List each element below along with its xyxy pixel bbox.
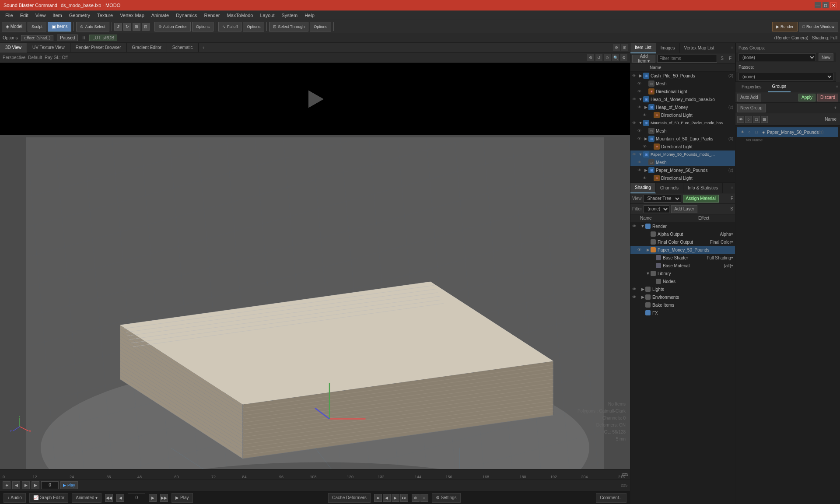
graph-editor-btn[interactable]: 📈 Graph Editor xyxy=(29,493,68,503)
group-icon-1[interactable]: 👁 xyxy=(737,116,744,123)
menu-texture[interactable]: Texture xyxy=(94,12,116,19)
audio-btn[interactable]: ♪ Audio xyxy=(4,493,26,503)
visibility-icon[interactable]: 👁 xyxy=(643,176,647,180)
tab-shading[interactable]: Shading xyxy=(630,183,656,193)
vp-settings-icon[interactable]: ⚙ xyxy=(587,54,594,61)
vis-icon[interactable]: 👁 xyxy=(632,295,636,299)
frame-start-btn[interactable]: ⏮ xyxy=(3,481,10,489)
prop-panel-plus[interactable]: + xyxy=(836,84,838,89)
play-btn-status[interactable]: ▶ Play xyxy=(172,493,192,503)
transport-1[interactable]: ⏮ xyxy=(374,494,382,502)
play-btn-2[interactable]: ▶ Play xyxy=(60,481,78,489)
list-item[interactable]: 👁 ▶ ⊞ Paper_Money_50_Pounds (2) xyxy=(630,166,735,174)
menu-system[interactable]: System xyxy=(278,12,301,19)
filter-icon[interactable]: S xyxy=(719,56,725,61)
visibility-icon[interactable]: 👁 xyxy=(632,152,636,157)
vp-icon-1[interactable]: ⚙ xyxy=(613,44,620,51)
vis-icon[interactable]: 👁 xyxy=(637,248,641,252)
menu-vertex-map[interactable]: Vertex Map xyxy=(116,12,148,19)
next-frame-btn[interactable]: ▶ xyxy=(32,481,39,489)
shader-item[interactable]: Base Shader Full Shading ▾ xyxy=(630,254,735,262)
vp-zoom-icon[interactable]: 🔍 xyxy=(612,54,619,61)
menu-view[interactable]: View xyxy=(32,12,49,19)
shader-expand[interactable]: ▶ xyxy=(645,248,651,252)
visibility-icon[interactable]: 👁 xyxy=(637,129,641,133)
new-pass-btn[interactable]: New xyxy=(819,53,833,61)
groups-expand[interactable]: + xyxy=(832,105,838,110)
group-render-icon[interactable]: □ xyxy=(753,129,760,136)
list-item[interactable]: 👁 ☀ Directional Light xyxy=(630,174,735,182)
assign-material-btn[interactable]: Assign Material xyxy=(683,195,719,203)
visibility-icon[interactable]: 👁 xyxy=(632,74,636,78)
list-item[interactable]: 👁 ▭ Mesh xyxy=(630,80,735,88)
mix-2[interactable]: ○ xyxy=(420,494,428,502)
visibility-icon[interactable]: 👁 xyxy=(637,89,641,94)
add-tab-btn[interactable]: + xyxy=(199,44,208,51)
add-layer-btn[interactable]: Add Layer xyxy=(671,205,697,213)
shader-item[interactable]: Nodes xyxy=(630,277,735,285)
tab-images[interactable]: Images xyxy=(656,43,680,53)
options3-btn[interactable]: Options xyxy=(310,22,331,32)
status-prev2[interactable]: ◀ xyxy=(116,494,124,502)
status-prev[interactable]: ◀◀ xyxy=(105,494,113,502)
shader-item[interactable]: FX xyxy=(630,309,735,317)
list-item[interactable]: 👁 ☀ Directional Light xyxy=(630,111,735,119)
group-icon-4[interactable]: ⊞ xyxy=(761,116,768,123)
animated-btn[interactable]: Animated ▾ xyxy=(72,493,102,503)
filter-items-input[interactable] xyxy=(657,55,717,63)
menu-geometry[interactable]: Geometry xyxy=(66,12,94,19)
visibility-icon[interactable]: 👁 xyxy=(643,144,647,149)
tab-3d-view[interactable]: 3D View xyxy=(0,43,27,52)
tab-render-preset[interactable]: Render Preset Browser xyxy=(70,43,127,52)
visibility-icon[interactable]: 👁 xyxy=(637,168,641,172)
vis-icon[interactable]: 👁 xyxy=(632,224,636,228)
group-icon-2[interactable]: ○ xyxy=(745,116,752,123)
effect-dropdown[interactable]: ▾ xyxy=(731,240,733,244)
expand-arrow[interactable]: ▶ xyxy=(643,168,648,172)
shader-item[interactable]: 👁 ▶ Environments xyxy=(630,293,735,301)
list-item[interactable]: 👁 ▭ Mesh xyxy=(630,158,735,166)
expand-arrow[interactable]: ▼ xyxy=(638,121,643,125)
transport-2[interactable]: ◀ xyxy=(383,494,391,502)
tab-properties[interactable]: Properties xyxy=(737,82,766,92)
list-item[interactable]: 👁 ▼ ⊞ Mountain_of_50_Euro_Packs_modo_bas… xyxy=(630,119,735,127)
shader-item[interactable]: Base Material (all) ▾ xyxy=(630,262,735,270)
filter-more[interactable]: F xyxy=(727,56,733,61)
vp-rotate-icon[interactable]: ↺ xyxy=(595,54,602,61)
shader-expand[interactable]: ▼ xyxy=(640,224,645,228)
tab-groups[interactable]: Groups xyxy=(768,82,791,92)
group-icon-3[interactable]: □ xyxy=(753,116,760,123)
shader-item[interactable]: 👁 ▼ Render xyxy=(630,222,735,230)
expand-arrow[interactable]: ▶ xyxy=(638,74,643,78)
visibility-icon[interactable]: 👁 xyxy=(632,121,636,125)
discard-btn[interactable]: Discard xyxy=(817,94,838,102)
icon-3[interactable]: ⊞ xyxy=(133,23,140,31)
shading-panel-expand[interactable]: + xyxy=(729,185,735,191)
visibility-icon[interactable]: 👁 xyxy=(637,105,641,109)
visibility-icon[interactable]: 👁 xyxy=(637,136,641,141)
list-item[interactable]: 👁 ▶ ⊞ Cash_Pile_50_Pounds (2) xyxy=(630,72,735,80)
settings-btn[interactable]: ⚙ Settings xyxy=(432,493,461,503)
vp-more-icon[interactable]: ⚙ xyxy=(620,54,627,61)
status-next[interactable]: ▶ xyxy=(149,494,157,502)
pause-icon[interactable]: ⏸ xyxy=(81,35,86,40)
icon-4[interactable]: ⊟ xyxy=(142,23,150,31)
minimize-btn[interactable]: — xyxy=(815,2,821,8)
group-vis-icon[interactable]: 👁 xyxy=(739,129,746,136)
effect-btn[interactable]: Effect: (Shad..) xyxy=(21,35,53,41)
expand-arrow[interactable]: ▼ xyxy=(638,97,643,102)
shader-expand[interactable]: ▶ xyxy=(640,287,645,291)
options2-btn[interactable]: Options xyxy=(243,22,264,32)
shader-item[interactable]: Alpha Output Alpha ▾ xyxy=(630,230,735,238)
select-through-btn[interactable]: ⊡ Select Through xyxy=(269,22,308,32)
list-item[interactable]: 👁 ☀ Directional Light xyxy=(630,143,735,150)
menu-file[interactable]: File xyxy=(2,12,17,19)
add-item-btn[interactable]: Add Item ▾ xyxy=(632,55,655,63)
new-group-btn[interactable]: New Group xyxy=(737,104,766,112)
shader-item[interactable]: Bake Items xyxy=(630,301,735,309)
frame-input[interactable] xyxy=(41,481,59,489)
effect-dropdown[interactable]: ▾ xyxy=(731,263,733,268)
status-next2[interactable]: ▶▶ xyxy=(160,494,168,502)
list-item[interactable]: 👁 ▶ ⊞ Mountain_of_50_Euro_Packs (3) xyxy=(630,135,735,143)
shader-item[interactable]: 👁 ▶ Lights xyxy=(630,285,735,293)
